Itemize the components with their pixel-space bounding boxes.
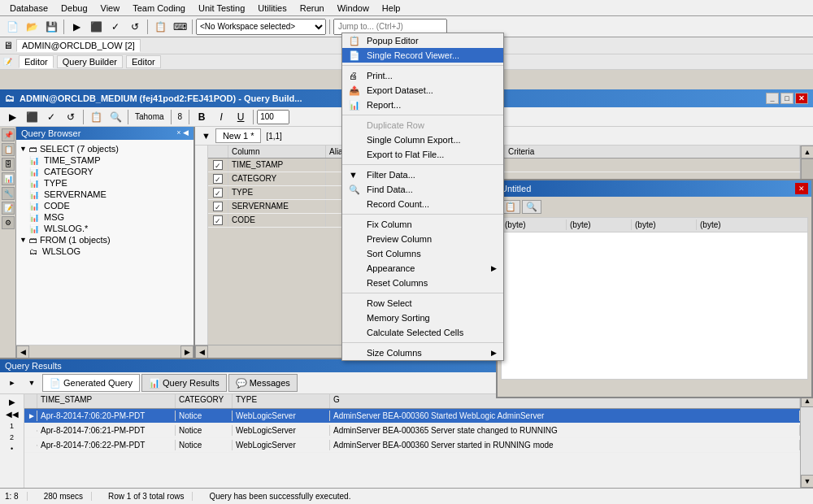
menu-sort-columns[interactable]: Sort Columns bbox=[342, 246, 503, 261]
menu-record-count[interactable]: Record Count... bbox=[342, 197, 503, 211]
menu-popup-editor[interactable]: 📋 Popup Editor bbox=[342, 33, 503, 48]
report-icon: 📊 bbox=[349, 100, 360, 111]
menu-duplicate-row: Duplicate Row bbox=[342, 118, 503, 133]
popup-editor-icon: 📋 bbox=[349, 36, 360, 46]
menu-memory-sorting[interactable]: Memory Sorting bbox=[342, 311, 503, 325]
find-data-icon: 🔍 bbox=[349, 185, 360, 195]
menu-find-data[interactable]: 🔍 Find Data... bbox=[342, 182, 503, 197]
menu-calculate-cells[interactable]: Calculate Selected Cells bbox=[342, 325, 503, 340]
menu-export-dataset[interactable]: 📤 Export Dataset... bbox=[342, 83, 503, 98]
menu-sep-1 bbox=[342, 65, 503, 66]
menu-single-column-export[interactable]: Single Column Export... bbox=[342, 133, 503, 147]
print-icon: 🖨 bbox=[349, 71, 358, 80]
filter-data-icon: ▼ bbox=[349, 170, 358, 180]
menu-reset-columns[interactable]: Reset Columns bbox=[342, 276, 503, 290]
menu-preview-column[interactable]: Preview Column bbox=[342, 232, 503, 246]
menu-appearance[interactable]: Appearance ▶ bbox=[342, 261, 503, 276]
menu-row-select[interactable]: Row Select bbox=[342, 296, 503, 311]
menu-fix-column[interactable]: Fix Column bbox=[342, 217, 503, 232]
menu-filter-data[interactable]: ▼ Filter Data... bbox=[342, 167, 503, 182]
menu-size-columns[interactable]: Size Columns ▶ bbox=[342, 345, 503, 360]
context-menu: 📋 Popup Editor 📄 Single Record Viewer...… bbox=[341, 33, 504, 361]
menu-print[interactable]: 🖨 Print... bbox=[342, 68, 503, 83]
menu-sep-5 bbox=[342, 293, 503, 293]
menu-sep-2 bbox=[342, 115, 503, 115]
menu-sep-4 bbox=[342, 214, 503, 215]
export-icon: 📤 bbox=[349, 85, 360, 96]
menu-sep-6 bbox=[342, 342, 503, 343]
menu-report[interactable]: 📊 Report... bbox=[342, 98, 503, 112]
menu-single-record-viewer[interactable]: 📄 Single Record Viewer... bbox=[342, 48, 503, 63]
appearance-submenu-arrow: ▶ bbox=[491, 264, 497, 272]
menu-export-flat-file[interactable]: Export to Flat File... bbox=[342, 147, 503, 162]
single-record-icon: 📄 bbox=[349, 50, 360, 61]
menu-sep-3 bbox=[342, 164, 503, 165]
context-menu-overlay: 📋 Popup Editor 📄 Single Record Viewer...… bbox=[0, 0, 813, 504]
size-columns-arrow: ▶ bbox=[491, 349, 497, 357]
